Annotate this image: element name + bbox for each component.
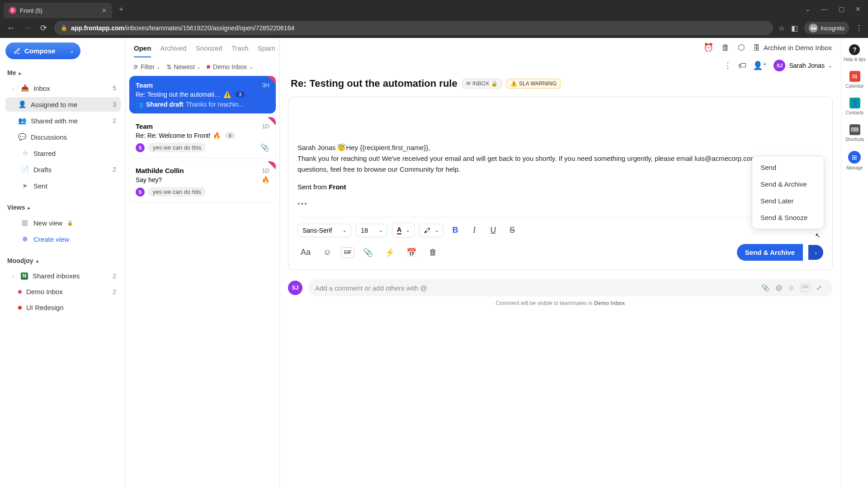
section-moodjoy[interactable]: Moodjoy ▴ (5, 254, 121, 267)
rail-manage[interactable]: ⊞ Manage (846, 151, 863, 170)
underline-button[interactable]: U (486, 223, 500, 238)
comment-tag: yes we can do htis (148, 187, 206, 197)
mention-icon[interactable]: @ (775, 284, 782, 292)
send-archive-button[interactable]: Send & Archive (737, 244, 803, 261)
extensions-icon[interactable]: ◧ (791, 24, 798, 33)
rail-contacts[interactable]: 👤 Contacts (846, 98, 863, 115)
more-icon[interactable]: ⋮ (724, 61, 732, 70)
forward-icon[interactable]: → (22, 23, 33, 33)
expand-icon[interactable]: ⤢ (816, 284, 822, 292)
quick-reply-icon[interactable]: ⚡ (382, 244, 398, 261)
new-tab-button[interactable]: ＋ (118, 5, 125, 14)
nav-create-view[interactable]: ⊕ Create view (5, 232, 121, 246)
section-me[interactable]: Me ▴ (5, 66, 121, 79)
calendar-insert-icon[interactable]: 📅 (403, 244, 420, 261)
warning-icon: ⚠️ (510, 80, 517, 87)
nav-inbox[interactable]: ⌄ 📥 Inbox 5 (5, 81, 121, 95)
archive-icon: 🗄 (753, 44, 760, 52)
trash-icon[interactable]: 🗑 (722, 43, 730, 52)
attachment-icon[interactable]: 📎 (761, 284, 770, 292)
filter-button[interactable]: ⚞ Filter ⌄ (133, 63, 160, 70)
nav-new-view[interactable]: ▥ New view 🔒 (5, 216, 121, 230)
font-family-select[interactable]: Sans-Serif⌄ (297, 224, 351, 237)
attachment-icon: 📎 (260, 143, 269, 152)
sort-button[interactable]: ⇅ Newest ⌄ (166, 63, 200, 70)
compose-dropdown-button[interactable]: ⌄ (63, 42, 80, 59)
conversation-item[interactable]: Mathilde Collin 1D Say hey? 🔥 S yes we c… (129, 161, 276, 202)
tab-spam[interactable]: Spam (258, 44, 275, 57)
tab-dropdown-icon[interactable]: ⌄ (805, 5, 811, 13)
bookmark-icon[interactable]: ☆ (778, 24, 785, 33)
nav-assigned-to-me[interactable]: 👤 Assigned to me 3 (5, 97, 121, 112)
minimize-icon[interactable]: ― (821, 5, 828, 13)
discard-icon[interactable]: 🗑 (425, 244, 441, 261)
rail-help[interactable]: ? Help & tips (844, 44, 865, 62)
strikethrough-button[interactable]: S (505, 223, 519, 238)
tab-archived[interactable]: Archived (160, 44, 186, 57)
spam-icon[interactable]: ⬡ (738, 42, 745, 52)
gif-icon[interactable]: GIF (800, 284, 811, 292)
chevron-down-icon: ⌄ (10, 273, 16, 278)
sla-warning-tag[interactable]: ⚠️ SLA WARNING (506, 79, 561, 89)
inbox-tag[interactable]: ✉ INBOX 🔒 (462, 79, 502, 89)
text-style-icon[interactable]: Aa (297, 244, 314, 261)
tab-open[interactable]: Open (134, 44, 151, 57)
bold-button[interactable]: B (448, 223, 462, 238)
nav-shared-inboxes[interactable]: ⌄ M Shared inboxes 2 (5, 269, 121, 283)
send-option-send-archive[interactable]: Send & Archive (752, 176, 824, 192)
chevron-down-icon: ⌄ (435, 228, 439, 233)
back-icon[interactable]: ← (5, 23, 16, 33)
compose-area[interactable]: Sarah Jonas 😇Hey {{recipient.first_name}… (288, 97, 833, 270)
nav-discussions[interactable]: 💬 Discussions (5, 130, 121, 144)
snooze-icon[interactable]: ⏰ (703, 42, 713, 52)
maximize-icon[interactable]: ▢ (839, 5, 844, 13)
nav-sent[interactable]: ➤ Sent (5, 178, 121, 193)
front-favicon: F (9, 7, 16, 14)
compose-button[interactable]: Compose (5, 42, 63, 59)
comment-input[interactable]: Add a comment or add others with @ 📎 @ ☺… (308, 279, 833, 296)
tab-snoozed[interactable]: Snoozed (196, 44, 222, 57)
conversation-item[interactable]: Team 1D Re: Re: Welcome to Front! 🔥 4 S … (129, 117, 276, 158)
message-body[interactable]: Sarah Jonas 😇Hey {{recipient.first_name}… (297, 142, 823, 175)
add-participant-icon[interactable]: 👤⁺ (753, 61, 767, 70)
url-input[interactable]: 🔒 app.frontapp.com/inboxes/teammates/156… (54, 21, 773, 35)
reload-icon[interactable]: ⟳ (38, 23, 49, 33)
chevron-down-icon: ⌄ (343, 228, 346, 233)
nav-demo-inbox[interactable]: Demo Inbox 2 (5, 285, 121, 299)
send-dropdown-button[interactable]: ⌄ (808, 245, 823, 260)
rail-shortcuts[interactable]: ⌨ Shortcuts (845, 124, 864, 142)
rail-calendar[interactable]: 31 Calendar (845, 71, 864, 89)
attachment-icon[interactable]: 📎 (360, 244, 376, 261)
close-window-icon[interactable]: ✕ (855, 5, 861, 13)
assignee-selector[interactable]: SJ Sarah Jonas ⌄ (774, 60, 832, 71)
send-option-send-later[interactable]: Send Later (752, 192, 824, 209)
conversation-item[interactable]: Team 3H Re: Testing out the automati… ⚠️… (129, 76, 276, 113)
text-color-select[interactable]: A⌄ (392, 223, 415, 238)
highlight-color-select[interactable]: 🖍⌄ (419, 224, 443, 237)
italic-button[interactable]: I (467, 223, 481, 238)
nav-shared-with-me[interactable]: 👥 Shared with me 2 (5, 113, 121, 128)
incognito-badge[interactable]: 🕶 Incognito (804, 22, 849, 34)
emoji-icon[interactable]: ☺ (319, 244, 335, 261)
send-option-send-snooze[interactable]: Send & Snooze (752, 209, 824, 226)
tab-trash[interactable]: Trash (231, 44, 249, 57)
font-size-select[interactable]: 18⌄ (356, 224, 387, 237)
gif-icon[interactable]: GIF (341, 247, 354, 258)
emoji-icon[interactable]: ☺ (788, 284, 795, 292)
lock-icon: 🔒 (491, 80, 498, 87)
nav-drafts[interactable]: 📄 Drafts 2 (5, 162, 121, 177)
nav-ui-redesign[interactable]: UI Redesign (5, 300, 121, 314)
section-views[interactable]: Views ▴ (5, 201, 121, 214)
nav-starred[interactable]: ☆ Starred (5, 146, 121, 160)
browser-tab[interactable]: F Front (5) ✕ (4, 3, 112, 18)
scope-selector[interactable]: Demo Inbox ⌄ (207, 63, 253, 70)
browser-menu-icon[interactable]: ⋮ (855, 24, 863, 33)
conversation-tabs: Open Archived Snoozed Trash Spam (126, 38, 279, 58)
send-option-send[interactable]: Send (752, 159, 824, 176)
archive-button[interactable]: 🗄 Archive in Demo Inbox (753, 44, 832, 52)
tag-icon[interactable]: 🏷 (738, 61, 746, 70)
expand-trimmed-icon[interactable]: ••• (297, 200, 823, 208)
chevron-up-icon: ▴ (28, 205, 30, 210)
close-tab-icon[interactable]: ✕ (102, 7, 107, 14)
comment-hint: Comment will be visible to teammates in … (280, 298, 841, 312)
